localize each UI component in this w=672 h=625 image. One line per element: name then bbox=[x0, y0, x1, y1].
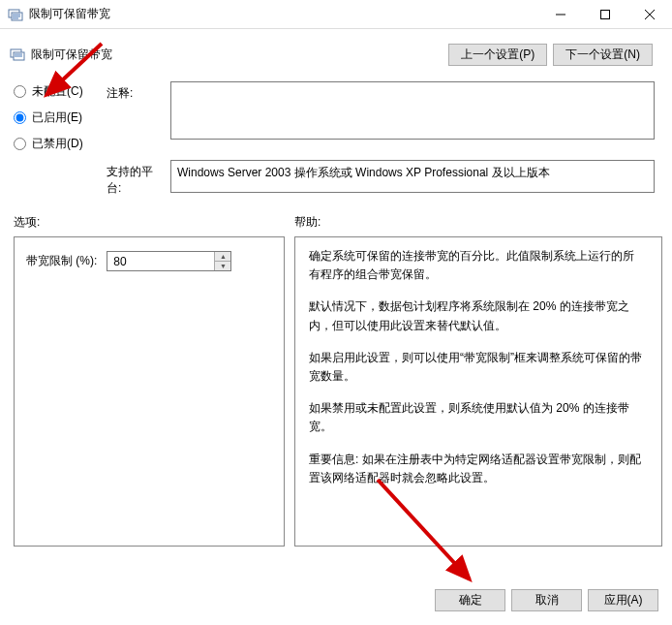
radio-not-configured-label: 未配置(C) bbox=[32, 83, 83, 100]
close-button[interactable] bbox=[627, 0, 672, 29]
help-text: 默认情况下，数据包计划程序将系统限制在 20% 的连接带宽之内，但可以使用此设置… bbox=[309, 297, 642, 334]
radio-not-configured[interactable]: 未配置(C) bbox=[14, 83, 91, 100]
prev-setting-button[interactable]: 上一个设置(P) bbox=[448, 44, 547, 66]
help-label: 帮助: bbox=[294, 214, 321, 231]
policy-name: 限制可保留带宽 bbox=[31, 47, 112, 63]
minimize-button[interactable] bbox=[538, 0, 583, 29]
dialog-footer: 确定 取消 应用(A) bbox=[435, 589, 658, 611]
radio-enabled-label: 已启用(E) bbox=[32, 109, 82, 126]
platform-text: Windows Server 2003 操作系统或 Windows XP Pro… bbox=[177, 166, 550, 179]
next-setting-button[interactable]: 下一个设置(N) bbox=[553, 44, 653, 66]
policy-icon bbox=[10, 47, 25, 62]
ok-button[interactable]: 确定 bbox=[435, 589, 505, 611]
help-text: 确定系统可保留的连接带宽的百分比。此值限制系统上运行的所有程序的组合带宽保留。 bbox=[309, 247, 642, 284]
window-controls bbox=[538, 0, 672, 29]
bandwidth-limit-spinner[interactable]: ▲ ▼ bbox=[107, 251, 231, 271]
comment-label: 注释: bbox=[107, 81, 165, 140]
help-text: 重要信息: 如果在注册表中为特定网络适配器设置带宽限制，则配置该网络适配器时就会… bbox=[309, 451, 642, 487]
radio-not-configured-input[interactable] bbox=[14, 85, 26, 98]
radio-disabled[interactable]: 已禁用(D) bbox=[14, 136, 91, 152]
window-title: 限制可保留带宽 bbox=[29, 6, 110, 22]
radio-disabled-label: 已禁用(D) bbox=[32, 136, 83, 152]
platform-box: Windows Server 2003 操作系统或 Windows XP Pro… bbox=[170, 160, 655, 193]
comment-textarea[interactable] bbox=[170, 81, 655, 140]
titlebar: 限制可保留带宽 bbox=[0, 0, 672, 29]
radio-enabled[interactable]: 已启用(E) bbox=[14, 109, 91, 126]
bandwidth-limit-label: 带宽限制 (%): bbox=[26, 253, 97, 269]
apply-button[interactable]: 应用(A) bbox=[588, 589, 658, 611]
cancel-button[interactable]: 取消 bbox=[511, 589, 582, 611]
help-text: 如果禁用或未配置此设置，则系统使用默认值为 20% 的连接带宽。 bbox=[309, 399, 642, 436]
policy-icon bbox=[8, 7, 23, 22]
maximize-button[interactable] bbox=[583, 0, 627, 29]
radio-disabled-input[interactable] bbox=[14, 138, 26, 150]
radio-enabled-input[interactable] bbox=[14, 111, 26, 124]
help-pane: 确定系统可保留的连接带宽的百分比。此值限制系统上运行的所有程序的组合带宽保留。 … bbox=[294, 236, 662, 547]
bandwidth-limit-input[interactable] bbox=[107, 252, 214, 270]
options-label: 选项: bbox=[14, 214, 294, 231]
spinner-down-button[interactable]: ▼ bbox=[215, 262, 230, 270]
help-text: 如果启用此设置，则可以使用“带宽限制”框来调整系统可保留的带宽数量。 bbox=[309, 349, 642, 386]
spinner-up-button[interactable]: ▲ bbox=[215, 252, 230, 262]
options-pane: 带宽限制 (%): ▲ ▼ bbox=[14, 236, 285, 547]
state-radio-group: 未配置(C) 已启用(E) 已禁用(D) bbox=[14, 81, 91, 152]
svg-rect-6 bbox=[601, 11, 610, 19]
policy-header: 限制可保留带宽 上一个设置(P) 下一个设置(N) bbox=[0, 29, 672, 72]
platform-label: 支持的平台: bbox=[107, 160, 165, 197]
